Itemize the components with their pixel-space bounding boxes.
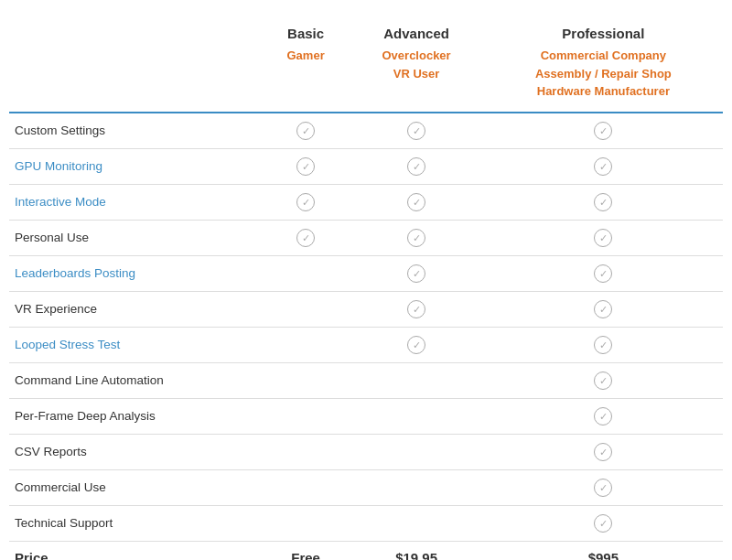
- basic-tier-header: Basic Gamer: [263, 18, 350, 113]
- basic-tier-subtitle: Gamer: [272, 47, 340, 65]
- feature-advanced-cell: [349, 469, 483, 505]
- feature-name: Technical Support: [9, 505, 263, 541]
- feature-professional-cell: [484, 469, 723, 505]
- check-icon: [407, 300, 425, 318]
- feature-professional-cell: [484, 220, 723, 255]
- feature-row: Interactive Mode: [9, 184, 723, 220]
- feature-name: Looped Stress Test: [9, 327, 263, 362]
- feature-professional-cell: [484, 255, 723, 291]
- professional-tier-header: Professional Commercial Company Assembly…: [484, 18, 723, 113]
- feature-row: Commercial Use: [9, 469, 723, 505]
- price-row: PriceFree$19.95$995: [9, 541, 723, 560]
- feature-row: Per-Frame Deep Analysis: [9, 398, 723, 434]
- price-professional: $995: [484, 541, 723, 560]
- advanced-tier-subtitle: Overclocker VR User: [358, 47, 474, 82]
- feature-row: Personal Use: [9, 220, 723, 255]
- feature-row: VR Experience: [9, 291, 723, 327]
- feature-row: Looped Stress Test: [9, 327, 723, 362]
- feature-professional-cell: [484, 505, 723, 541]
- feature-basic-cell: [263, 362, 350, 398]
- feature-basic-cell: [263, 434, 350, 469]
- check-icon: [594, 479, 612, 497]
- check-icon: [594, 193, 612, 211]
- feature-advanced-cell: [349, 184, 483, 220]
- feature-name: CSV Reports: [9, 434, 263, 469]
- feature-advanced-cell: [349, 398, 483, 434]
- feature-name: VR Experience: [9, 291, 263, 327]
- feature-advanced-cell: [349, 113, 483, 149]
- feature-professional-cell: [484, 184, 723, 220]
- feature-row: Command Line Automation: [9, 362, 723, 398]
- feature-name: Personal Use: [9, 220, 263, 255]
- check-icon: [594, 372, 612, 390]
- feature-basic-cell: [263, 113, 350, 149]
- pricing-table: Basic Gamer Advanced Overclocker VR User…: [0, 0, 732, 560]
- basic-tier-name: Basic: [272, 26, 340, 41]
- feature-basic-cell: [263, 469, 350, 505]
- feature-name: Leaderboards Posting: [9, 255, 263, 291]
- feature-advanced-cell: [349, 434, 483, 469]
- feature-row: GPU Monitoring: [9, 148, 723, 184]
- check-icon: [594, 514, 612, 533]
- advanced-tier-name: Advanced: [358, 26, 474, 41]
- check-icon: [594, 122, 612, 140]
- feature-basic-cell: [263, 398, 350, 434]
- feature-basic-cell: [263, 255, 350, 291]
- check-icon: [594, 407, 612, 425]
- check-icon: [296, 229, 315, 247]
- check-icon: [594, 300, 612, 318]
- feature-name: Interactive Mode: [9, 184, 263, 220]
- header-row: Basic Gamer Advanced Overclocker VR User…: [9, 18, 723, 113]
- feature-name: Per-Frame Deep Analysis: [9, 398, 263, 434]
- price-advanced: $19.95: [349, 541, 483, 560]
- feature-professional-cell: [484, 434, 723, 469]
- feature-name: GPU Monitoring: [9, 148, 263, 184]
- check-icon: [407, 264, 425, 283]
- feature-row: Custom Settings: [9, 113, 723, 149]
- professional-tier-name: Professional: [493, 26, 714, 41]
- feature-advanced-cell: [349, 327, 483, 362]
- check-icon: [407, 229, 425, 247]
- feature-professional-cell: [484, 398, 723, 434]
- feature-professional-cell: [484, 327, 723, 362]
- feature-name: Command Line Automation: [9, 362, 263, 398]
- advanced-tier-header: Advanced Overclocker VR User: [349, 18, 483, 113]
- professional-tier-subtitle: Commercial Company Assembly / Repair Sho…: [493, 47, 714, 101]
- price-label: Price: [9, 541, 263, 560]
- check-icon: [407, 122, 425, 140]
- feature-basic-cell: [263, 148, 350, 184]
- check-icon: [594, 157, 612, 176]
- check-icon: [296, 122, 315, 140]
- feature-advanced-cell: [349, 220, 483, 255]
- check-icon: [407, 336, 425, 354]
- feature-row: Leaderboards Posting: [9, 255, 723, 291]
- feature-basic-cell: [263, 291, 350, 327]
- feature-advanced-cell: [349, 505, 483, 541]
- feature-basic-cell: [263, 505, 350, 541]
- feature-professional-cell: [484, 113, 723, 149]
- check-icon: [407, 157, 425, 176]
- check-icon: [594, 336, 612, 354]
- feature-professional-cell: [484, 291, 723, 327]
- feature-professional-cell: [484, 362, 723, 398]
- feature-basic-cell: [263, 184, 350, 220]
- feature-basic-cell: [263, 327, 350, 362]
- check-icon: [594, 443, 612, 461]
- feature-basic-cell: [263, 220, 350, 255]
- feature-advanced-cell: [349, 148, 483, 184]
- feature-advanced-cell: [349, 291, 483, 327]
- feature-column-header: [9, 18, 263, 113]
- price-basic: Free: [263, 541, 350, 560]
- check-icon: [296, 193, 315, 211]
- check-icon: [296, 157, 315, 176]
- feature-name: Custom Settings: [9, 113, 263, 149]
- feature-professional-cell: [484, 148, 723, 184]
- check-icon: [594, 229, 612, 247]
- feature-row: Technical Support: [9, 505, 723, 541]
- feature-row: CSV Reports: [9, 434, 723, 469]
- check-icon: [594, 264, 612, 283]
- feature-advanced-cell: [349, 255, 483, 291]
- feature-advanced-cell: [349, 362, 483, 398]
- feature-name: Commercial Use: [9, 469, 263, 505]
- check-icon: [407, 193, 425, 211]
